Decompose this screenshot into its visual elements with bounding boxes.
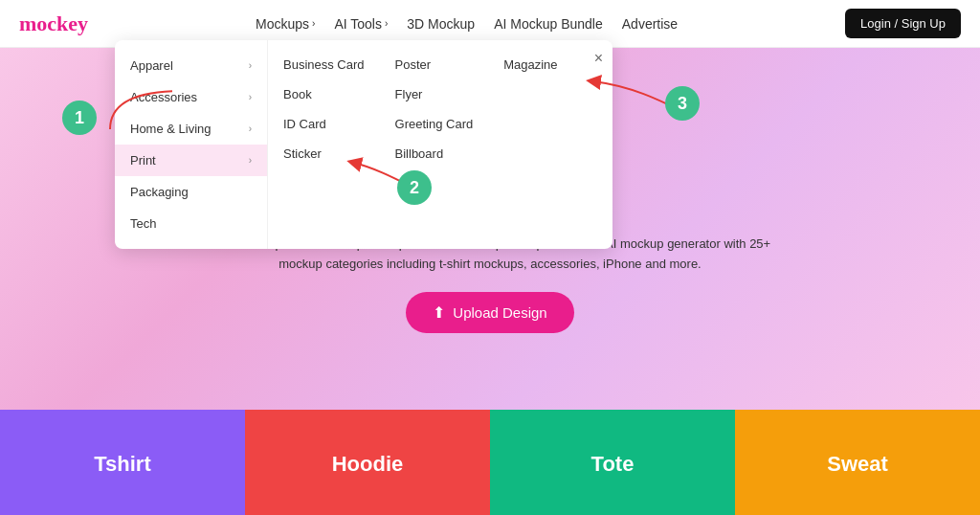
greeting-card-link[interactable]: Greeting Card (395, 109, 474, 139)
3d-mockup-nav[interactable]: 3D Mockup (407, 16, 475, 32)
sweat-category[interactable]: Sweat (735, 410, 980, 515)
mockups-nav[interactable]: Mockups › (256, 16, 315, 32)
dropdown-left-column: Apparel › Accessories › Home & Living › … (115, 40, 268, 249)
dropdown-print[interactable]: Print › (115, 145, 267, 176)
advertise-nav[interactable]: Advertise (622, 16, 678, 32)
mockups-arrow-icon: › (312, 18, 315, 29)
dropdown-right-columns: Business Card Book ID Card Sticker Poste… (268, 40, 612, 249)
ai-tools-arrow-icon: › (385, 18, 388, 29)
dropdown-packaging[interactable]: Packaging (115, 176, 267, 208)
ai-tools-nav[interactable]: AI Tools › (334, 16, 388, 32)
flyer-link[interactable]: Flyer (395, 79, 474, 109)
home-living-arrow-icon: › (249, 123, 252, 134)
dropdown-container: × Apparel › Accessories › Home & Living … (115, 40, 612, 249)
tshirt-category[interactable]: Tshirt (0, 410, 245, 515)
close-button[interactable]: × (594, 50, 603, 67)
category-cards: Tshirt Hoodie Tote Sweat (0, 410, 980, 515)
dropdown-tech[interactable]: Tech (115, 208, 267, 239)
dropdown-col-2: Poster Flyer Greeting Card Billboard (380, 50, 489, 239)
dropdown-panel: Apparel › Accessories › Home & Living › … (115, 40, 612, 249)
business-card-link[interactable]: Business Card (283, 50, 365, 79)
id-card-link[interactable]: ID Card (283, 109, 365, 139)
dropdown-wrapper: × Apparel › Accessories › Home & Living … (115, 40, 612, 249)
hoodie-category[interactable]: Hoodie (245, 410, 490, 515)
poster-link[interactable]: Poster (395, 50, 474, 79)
upload-design-button[interactable]: ⬆ Upload Design (406, 292, 573, 333)
print-arrow-icon: › (249, 155, 252, 166)
book-link[interactable]: Book (283, 79, 365, 109)
apparel-arrow-icon: › (249, 60, 252, 71)
badge-2: 2 (397, 170, 432, 205)
login-button[interactable]: Login / Sign Up (845, 9, 961, 38)
logo[interactable]: mockey (19, 11, 88, 36)
badge-3: 3 (665, 86, 700, 121)
accessories-arrow-icon: › (249, 92, 252, 102)
badge-1: 1 (62, 101, 97, 135)
upload-icon: ⬆ (433, 303, 445, 322)
tote-category[interactable]: Tote (490, 410, 735, 515)
dropdown-col-1: Business Card Book ID Card Sticker (268, 50, 380, 239)
main-nav: Mockups › AI Tools › 3D Mockup AI Mockup… (256, 16, 678, 32)
magazine-link[interactable]: Magazine (503, 50, 578, 79)
ai-bundle-nav[interactable]: AI Mockup Bundle (494, 16, 603, 32)
